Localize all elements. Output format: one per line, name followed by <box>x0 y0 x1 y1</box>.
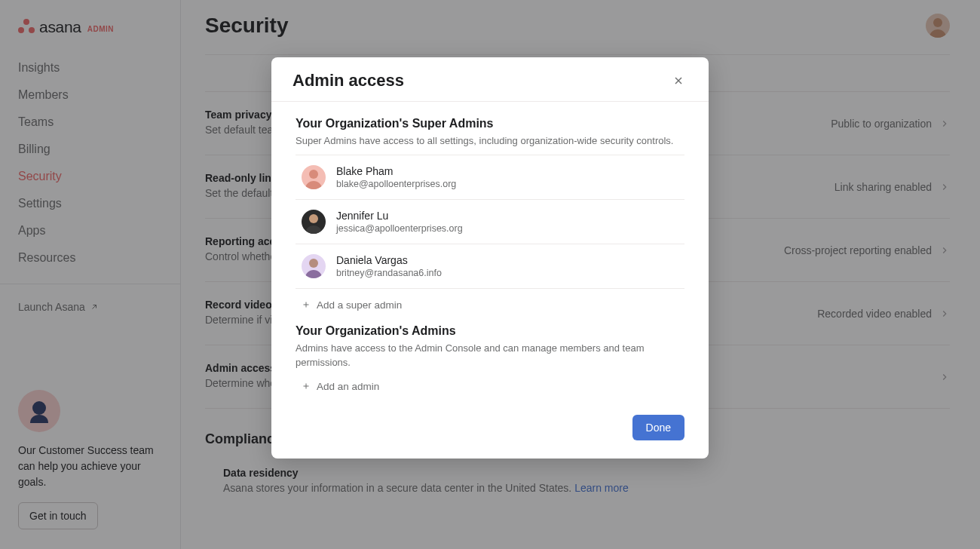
close-icon <box>672 75 684 87</box>
avatar <box>302 165 326 189</box>
admin-row: Jennifer Lu jessica@apolloenterprises.or… <box>296 200 684 244</box>
admins-desc: Admins have access to the Admin Console … <box>296 341 684 370</box>
svg-point-6 <box>309 259 318 268</box>
svg-point-4 <box>309 170 318 179</box>
modal-overlay[interactable]: Admin access Your Organization's Super A… <box>0 0 980 549</box>
admins-heading: Your Organization's Admins <box>296 324 684 338</box>
svg-point-5 <box>309 214 318 223</box>
modal-title: Admin access <box>292 71 404 90</box>
close-button[interactable] <box>669 72 688 90</box>
plus-icon <box>302 300 311 309</box>
admin-row: Blake Pham blake@apolloenterprises.org <box>296 155 684 200</box>
plus-icon <box>302 382 311 391</box>
avatar <box>302 254 326 278</box>
admin-access-modal: Admin access Your Organization's Super A… <box>271 57 709 459</box>
admin-name: Jennifer Lu <box>336 210 463 222</box>
admin-email: blake@apolloenterprises.org <box>336 179 456 189</box>
admin-email: jessica@apolloenterprises.org <box>336 223 463 234</box>
add-admin-button[interactable]: Add an admin <box>296 376 684 406</box>
add-admin-label: Add an admin <box>317 381 379 392</box>
admin-name: Blake Pham <box>336 165 456 177</box>
super-admins-list: Blake Pham blake@apolloenterprises.org J… <box>296 155 684 289</box>
admin-email: britney@randasana6.info <box>336 268 442 278</box>
admin-name: Daniela Vargas <box>336 254 442 266</box>
admin-row: Daniela Vargas britney@randasana6.info <box>296 244 684 289</box>
super-admins-heading: Your Organization's Super Admins <box>296 117 684 130</box>
add-super-admin-label: Add a super admin <box>317 299 402 311</box>
avatar <box>302 210 326 234</box>
super-admins-desc: Super Admins have access to all settings… <box>296 133 684 149</box>
add-super-admin-button[interactable]: Add a super admin <box>296 289 684 324</box>
done-button[interactable]: Done <box>632 415 684 440</box>
